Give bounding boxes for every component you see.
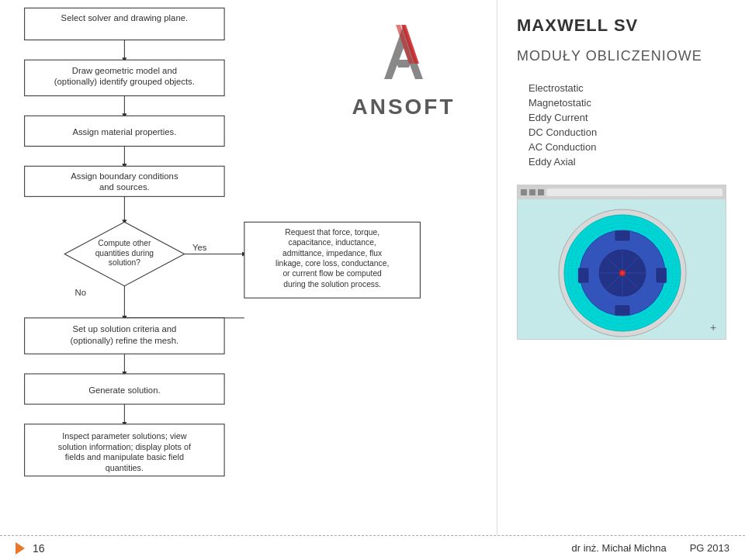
svg-text:Request that force, torque,: Request that force, torque, xyxy=(285,228,379,237)
module-eddy-axial: Eddy Axial xyxy=(517,154,726,169)
svg-text:+: + xyxy=(710,321,716,334)
svg-text:No: No xyxy=(74,288,85,297)
svg-text:during the solution process.: during the solution process. xyxy=(283,280,381,289)
svg-text:and sources.: and sources. xyxy=(99,182,150,192)
right-title: MAXWELL SV xyxy=(517,16,726,36)
module-eddy-current: Eddy Current xyxy=(517,110,726,125)
svg-text:solution?: solution? xyxy=(109,258,140,267)
svg-rect-14 xyxy=(25,166,224,196)
svg-marker-0 xyxy=(384,25,423,79)
svg-text:Select solver and drawing plan: Select solver and drawing plane. xyxy=(61,13,189,22)
ansoft-logo-icon xyxy=(369,21,438,91)
svg-text:linkage, core loss, conductanc: linkage, core loss, conductance, xyxy=(275,259,389,268)
right-panel: MAXWELL SV MODUŁY OBLICZENIOWE Electrost… xyxy=(497,0,745,535)
svg-text:solution information; display : solution information; display plots of xyxy=(58,442,192,451)
footer-year: PG 2013 xyxy=(690,542,729,554)
module-electrostatic: Electrostatic xyxy=(517,81,726,95)
svg-rect-4 xyxy=(25,8,224,40)
svg-rect-61 xyxy=(578,268,589,283)
svg-text:Set up solution criteria and: Set up solution criteria and xyxy=(72,324,176,334)
svg-rect-42 xyxy=(25,424,224,476)
svg-text:Assign boundary conditions: Assign boundary conditions xyxy=(71,171,178,181)
svg-text:Assign material properties.: Assign material properties. xyxy=(72,127,176,137)
ansoft-logo-text: ANSOFT xyxy=(352,95,455,119)
svg-text:Generate solution.: Generate solution. xyxy=(88,385,160,395)
svg-text:Draw geometric model and: Draw geometric model and xyxy=(72,66,177,75)
left-panel: ANSOFT Select solver and drawing plane. … xyxy=(0,0,497,535)
svg-rect-59 xyxy=(615,230,630,241)
svg-marker-18 xyxy=(64,222,184,285)
svg-rect-39 xyxy=(25,374,224,404)
svg-rect-60 xyxy=(615,305,630,316)
footer-page-number: 16 xyxy=(33,542,45,555)
ansoft-logo: ANSOFT xyxy=(326,8,481,132)
svg-rect-11 xyxy=(25,116,224,146)
footer-triangle-icon xyxy=(16,542,25,555)
module-magnetostatic: Magnetostatic xyxy=(517,95,726,110)
svg-text:quantities during: quantities during xyxy=(95,249,154,258)
svg-rect-35 xyxy=(25,318,224,354)
svg-text:(optionally) refine the mesh.: (optionally) refine the mesh. xyxy=(71,336,179,345)
svg-rect-62 xyxy=(656,268,667,283)
simulation-image: + xyxy=(517,185,726,340)
svg-text:Compute other: Compute other xyxy=(98,239,151,247)
modules-list: Electrostatic Magnetostatic Eddy Current… xyxy=(517,81,726,169)
svg-text:fields and manipulate basic fi: fields and manipulate basic field xyxy=(65,452,184,461)
module-ac-conduction: AC Conduction xyxy=(517,140,726,154)
svg-text:quantities.: quantities. xyxy=(106,463,144,472)
svg-text:or current flow be computed: or current flow be computed xyxy=(282,269,382,278)
footer: 16 dr inż. Michał Michna PG 2013 xyxy=(0,535,745,560)
svg-text:admittance, impedance, flux: admittance, impedance, flux xyxy=(282,249,383,258)
svg-rect-26 xyxy=(244,222,421,298)
svg-text:Inspect parameter solutions; v: Inspect parameter solutions; view xyxy=(62,431,186,441)
svg-text:(optionally) identify grouped : (optionally) identify grouped objects. xyxy=(54,77,195,86)
module-dc-conduction: DC Conduction xyxy=(517,125,726,140)
svg-text:capacitance, inductance,: capacitance, inductance, xyxy=(289,238,376,247)
svg-rect-7 xyxy=(25,60,224,95)
svg-text:Yes: Yes xyxy=(192,243,207,252)
right-subtitle: MODUŁY OBLICZENIOWE xyxy=(517,47,726,65)
footer-author: dr inż. Michał Michna xyxy=(572,542,667,554)
